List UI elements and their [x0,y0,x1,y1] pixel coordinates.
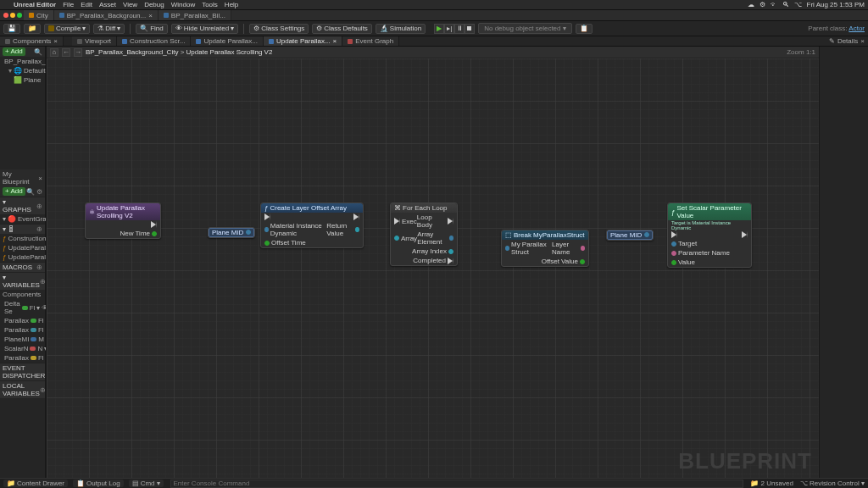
class-settings-button[interactable]: ⚙ Class Settings [249,24,309,34]
tab-event-graph[interactable]: Event Graph [342,36,399,46]
name-out-pin[interactable] [581,246,585,251]
float-out-pin[interactable] [152,231,157,236]
tab-doc1[interactable]: BP_Parallax_Backgroun...× [54,10,159,20]
tab-viewport[interactable]: Viewport [72,36,117,46]
exec-out-pin[interactable] [448,218,453,225]
nav-back-button[interactable]: ← [62,48,70,57]
menu-file[interactable]: File [59,1,77,8]
var-parallax3[interactable]: ParallaxFl▾👁 [0,353,45,363]
float-in-pin[interactable] [671,260,676,265]
variable-chip-plane-mid-2[interactable]: Plane MID [606,230,654,241]
var-parallax1[interactable]: ParallaxFl▾👁 [0,316,45,325]
tab-construction[interactable]: Construction Scr... [117,36,191,46]
add-component-button[interactable]: + Add [3,47,25,56]
diff-button[interactable]: ⚗ Diff▾ [93,24,125,34]
blueprint-graph-area[interactable]: ⌂ ← → BP_Parallax_Background_City > Upda… [46,47,819,478]
close-window-icon[interactable] [3,13,8,18]
class-defaults-button[interactable]: ⚙ Class Defaults [312,24,372,34]
cat-graphs[interactable]: ▾ GRAPHS⊕ [0,197,45,214]
exec-in-pin[interactable] [394,218,400,225]
output-log-button[interactable]: 📋 Output Log [73,480,124,487]
tab-components[interactable]: Components× [0,36,64,46]
graph-event[interactable]: ▾ 🔴EventGraph [0,214,45,224]
find-button[interactable]: 🔍 Find [136,24,168,34]
play-button[interactable]: ▶ [434,24,444,34]
cat-functions[interactable]: ▾ 🎛⊕ [0,224,45,234]
add-new-button[interactable]: + Add [3,187,25,196]
cat-variables[interactable]: ▾ VARIABLES⊕ [0,272,45,290]
nav-home-button[interactable]: ⌂ [50,48,58,57]
obj-in-pin[interactable] [671,241,676,247]
component-default-scene[interactable]: ▾🌐DefaultScene [0,66,45,75]
search-icon[interactable]: 🔍 ⚙ [26,188,42,196]
minimize-window-icon[interactable] [10,13,15,18]
tab-update2-active[interactable]: Update Parallax...× [264,36,342,46]
search-icon[interactable]: 🔍 [34,48,42,56]
control-center-icon[interactable]: ⌥ [794,1,802,8]
settings-icon[interactable]: ⚙︎ [760,1,765,8]
obj-out-pin[interactable] [246,230,251,235]
var-parallax2[interactable]: ParallaxFl▾👁 [0,325,45,335]
node-create-layer-offset[interactable]: ƒ Create Layer Offset Array Material Ins… [260,202,364,248]
name-in-pin[interactable] [671,251,676,256]
tab-update1[interactable]: Update Parallax... [191,36,264,46]
var-scalarn[interactable]: ScalarNN▾👁 [0,344,45,353]
menu-asset[interactable]: Asset [96,1,120,8]
console-input[interactable] [170,480,744,488]
search-menubar-icon[interactable]: 🔍︎ [782,1,789,8]
cmd-button[interactable]: ▤ Cmd ▾ [129,480,164,487]
int-out-pin[interactable] [448,249,453,254]
stop-button[interactable]: ⏹ [465,24,475,34]
node-set-scalar-parameter[interactable]: ƒ Set Scalar Parameter Value Target is M… [667,202,752,268]
node-function-entry[interactable]: ⚛ Update Parallax Scrolling V2 New Time [85,202,161,239]
cloud-icon[interactable]: ☁︎ [748,1,754,8]
simulation-button[interactable]: 🔬 Simulation [376,24,426,34]
menu-window[interactable]: Window [168,1,198,8]
obj-out-pin[interactable] [644,232,649,237]
close-tab-icon[interactable]: × [148,12,153,19]
func-update1[interactable]: ƒUpdateParallax [0,243,45,252]
nav-forward-button[interactable]: → [74,48,82,57]
exec-out-pin[interactable] [448,258,453,264]
var-delta[interactable]: Delta SeFl▾👁 [0,299,45,316]
node-break-struct[interactable]: ⬚ Break MyParallaxStruct My Parallax Str… [501,230,589,267]
debug-filter-button[interactable]: 📋 [576,24,593,34]
variable-chip-plane-mid-1[interactable]: Plane MID [208,227,255,238]
zoom-window-icon[interactable] [17,13,22,18]
revision-control-button[interactable]: ⌥ Revision Control ▾ [800,480,865,487]
exec-out-pin[interactable] [742,231,748,238]
func-update2[interactable]: ƒUpdateParallax [0,252,45,262]
cat-event-dispatch[interactable]: EVENT DISPATCHERS⊕ [0,363,45,380]
elem-out-pin[interactable] [449,236,453,241]
exec-out-pin[interactable] [353,214,359,220]
float-in-pin[interactable] [264,241,270,246]
func-construct[interactable]: ƒConstructionSc [0,234,45,243]
array-out-pin[interactable] [355,227,359,232]
array-in-pin[interactable] [394,236,399,241]
pause-button[interactable]: ⏸ [454,24,465,34]
window-controls[interactable] [2,13,24,18]
save-button[interactable]: 💾 [3,24,20,34]
step-button[interactable]: ▸| [444,24,454,34]
debug-object-dropdown[interactable]: No debug object selected ▾ [478,23,572,34]
hide-unrelated-button[interactable]: 👁 Hide Unrelated ▾ [171,24,238,34]
component-root[interactable]: BP_Parallax_Bac [0,57,45,66]
cat-macros[interactable]: MACROS⊕ [0,262,45,272]
tab-project[interactable]: City [24,10,54,20]
struct-in-pin[interactable] [505,246,509,251]
menu-edit[interactable]: Edit [77,1,96,8]
menu-debug[interactable]: Debug [141,1,168,8]
browse-button[interactable]: 📁 [24,24,41,34]
cat-components-sub[interactable]: Components [0,290,45,299]
wifi-icon[interactable]: ᯤ [771,1,777,8]
var-planemi[interactable]: PlaneMIM▾👁 [0,335,45,344]
menu-view[interactable]: View [120,1,141,8]
compile-button[interactable]: Compile▾ [44,24,90,34]
tab-details[interactable]: ✎ Details× [826,36,868,46]
parent-class-link[interactable]: Actor [849,25,865,32]
exec-in-pin[interactable] [264,214,270,220]
obj-in-pin[interactable] [264,227,269,232]
clock[interactable]: Fri Aug 25 1:53 PM [807,1,865,8]
exec-in-pin[interactable] [671,231,677,238]
cat-local-vars[interactable]: LOCAL VARIABLES⊕ [0,380,45,398]
